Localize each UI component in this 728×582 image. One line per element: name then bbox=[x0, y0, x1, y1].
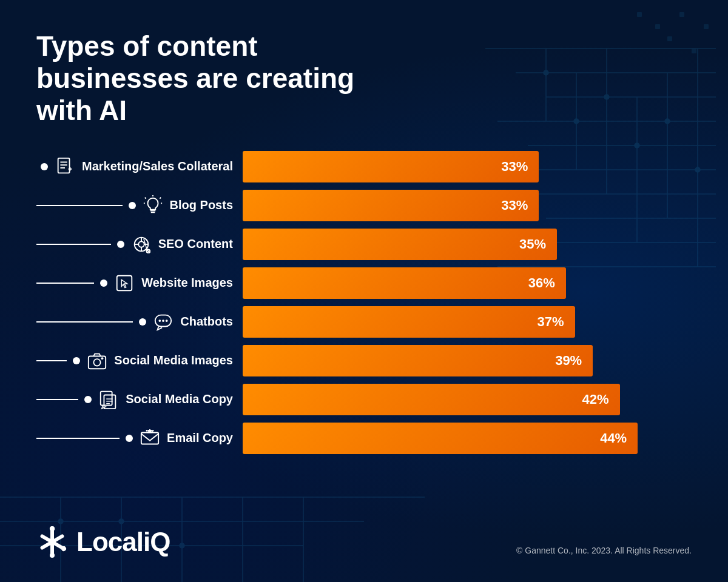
bar-label-section-seo: SEO Content bbox=[36, 233, 243, 255]
camera-icon bbox=[86, 350, 108, 372]
svg-point-85 bbox=[49, 539, 55, 545]
bar-label-section-social-images: Social Media Images bbox=[36, 350, 243, 372]
bar-container-website-images: 36% bbox=[243, 267, 692, 299]
bar-fill-chatbots: 37% bbox=[243, 306, 575, 338]
bar-value-email-copy: 44% bbox=[600, 430, 627, 446]
bar-chart: Marketing/Sales Collateral33% Blog Posts… bbox=[36, 151, 692, 502]
bar-container-social-copy: 42% bbox=[243, 384, 692, 415]
chart-row-email-copy: Email Copy44% bbox=[36, 423, 692, 454]
svg-rect-39 bbox=[58, 158, 70, 173]
bar-container-seo: 35% bbox=[243, 229, 692, 260]
social-copy-icon bbox=[98, 389, 120, 410]
svg-rect-74 bbox=[141, 432, 158, 444]
localiq-logo-icon bbox=[36, 526, 68, 558]
chart-row-chatbots: Chatbots37% bbox=[36, 306, 692, 338]
bar-value-social-images: 39% bbox=[555, 353, 582, 369]
svg-point-63 bbox=[159, 319, 161, 322]
bar-label-text-social-images: Social Media Images bbox=[114, 353, 233, 367]
svg-line-49 bbox=[160, 197, 161, 198]
bar-fill-website-images: 36% bbox=[243, 267, 566, 299]
bar-fill-blog-posts: 33% bbox=[243, 190, 539, 221]
bar-label-section-website-images: Website Images bbox=[36, 272, 243, 294]
bar-value-seo: 35% bbox=[519, 236, 546, 252]
connector-line-chatbots bbox=[36, 321, 133, 323]
bullet-dot-marketing bbox=[41, 163, 48, 170]
chart-row-website-images: Website Images36% bbox=[36, 267, 692, 299]
connector-line-blog-posts bbox=[36, 205, 123, 206]
connector-line-social-copy bbox=[36, 399, 78, 400]
svg-line-48 bbox=[144, 197, 146, 198]
bar-label-text-marketing: Marketing/Sales Collateral bbox=[82, 159, 233, 173]
footer: LocaliQ © Gannett Co., Inc. 2023. All Ri… bbox=[36, 520, 692, 558]
chart-row-social-copy: Social Media Copy42% bbox=[36, 384, 692, 415]
bar-container-blog-posts: 33% bbox=[243, 190, 692, 221]
svg-point-68 bbox=[101, 357, 104, 360]
svg-point-82 bbox=[50, 553, 55, 558]
bar-label-text-chatbots: Chatbots bbox=[180, 315, 233, 329]
bar-fill-social-images: 39% bbox=[243, 345, 593, 376]
chart-row-seo: SEO Content35% bbox=[36, 229, 692, 260]
logo-text: LocaliQ bbox=[76, 527, 170, 557]
seo-icon bbox=[130, 233, 152, 255]
email-icon bbox=[139, 427, 161, 449]
chart-row-blog-posts: Blog Posts33% bbox=[36, 190, 692, 221]
bar-value-chatbots: 37% bbox=[538, 314, 564, 330]
svg-point-64 bbox=[162, 319, 164, 322]
cursor-icon bbox=[113, 272, 135, 294]
chart-row-marketing: Marketing/Sales Collateral33% bbox=[36, 151, 692, 182]
bar-label-text-email-copy: Email Copy bbox=[167, 431, 233, 445]
bullet-dot-website-images bbox=[100, 279, 107, 287]
connector-line-website-images bbox=[36, 283, 94, 284]
logo: LocaliQ bbox=[36, 526, 170, 558]
bar-fill-email-copy: 44% bbox=[243, 423, 638, 454]
bar-label-text-blog-posts: Blog Posts bbox=[170, 198, 233, 212]
bar-container-email-copy: 44% bbox=[243, 423, 692, 454]
bar-label-text-seo: SEO Content bbox=[158, 237, 233, 251]
svg-point-65 bbox=[166, 319, 168, 322]
bullet-dot-email-copy bbox=[126, 435, 133, 442]
svg-rect-61 bbox=[117, 275, 132, 290]
bullet-dot-seo bbox=[117, 241, 124, 248]
page-title: Types of content businesses are creating… bbox=[36, 30, 400, 127]
bar-label-text-social-copy: Social Media Copy bbox=[126, 392, 233, 406]
bar-label-section-marketing: Marketing/Sales Collateral bbox=[36, 156, 243, 178]
bullet-dot-chatbots bbox=[139, 318, 146, 326]
bar-label-section-blog-posts: Blog Posts bbox=[36, 195, 243, 216]
chat-icon bbox=[152, 311, 174, 333]
bar-value-social-copy: 42% bbox=[582, 392, 609, 407]
document-icon bbox=[54, 156, 76, 178]
bar-value-website-images: 36% bbox=[528, 275, 555, 291]
bullet-dot-blog-posts bbox=[129, 202, 136, 209]
bar-fill-marketing: 33% bbox=[243, 151, 539, 182]
bar-fill-social-copy: 42% bbox=[243, 384, 620, 415]
bar-label-section-social-copy: Social Media Copy bbox=[36, 389, 243, 410]
connector-line-social-images bbox=[36, 360, 67, 361]
bar-label-text-website-images: Website Images bbox=[141, 276, 233, 290]
bar-container-social-images: 39% bbox=[243, 345, 692, 376]
svg-point-67 bbox=[94, 359, 101, 366]
bar-fill-seo: 35% bbox=[243, 229, 557, 260]
copyright-text: © Gannett Co., Inc. 2023. All Rights Res… bbox=[516, 546, 692, 555]
svg-point-53 bbox=[138, 241, 144, 247]
lightbulb-icon bbox=[142, 195, 164, 216]
bar-value-marketing: 33% bbox=[501, 159, 528, 175]
bar-value-blog-posts: 33% bbox=[501, 198, 528, 213]
bar-container-chatbots: 37% bbox=[243, 306, 692, 338]
bar-label-section-email-copy: Email Copy bbox=[36, 427, 243, 449]
bar-label-section-chatbots: Chatbots bbox=[36, 311, 243, 333]
connector-line-email-copy bbox=[36, 438, 120, 439]
connector-line-seo bbox=[36, 244, 111, 245]
bullet-dot-social-images bbox=[73, 357, 80, 364]
bullet-dot-social-copy bbox=[84, 396, 92, 403]
bar-container-marketing: 33% bbox=[243, 151, 692, 182]
chart-row-social-images: Social Media Images39% bbox=[36, 345, 692, 376]
